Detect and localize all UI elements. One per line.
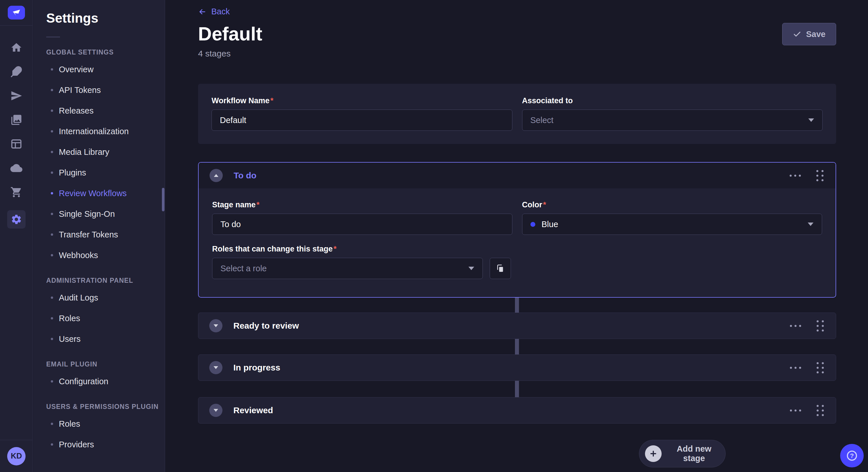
stage-options-button[interactable]: [788, 323, 803, 329]
sidebar-item-transfer-tokens[interactable]: Transfer Tokens: [33, 224, 165, 245]
cloud-icon[interactable]: [10, 162, 22, 174]
bullet-icon: [51, 151, 53, 153]
sidebar-item-media-library[interactable]: Media Library: [33, 142, 165, 162]
stage-options-button[interactable]: [788, 365, 803, 370]
stage-title[interactable]: Ready to review: [234, 321, 299, 331]
collapse-stage-button[interactable]: [210, 169, 223, 182]
settings-nav-active[interactable]: [7, 210, 26, 229]
check-icon: [793, 30, 801, 38]
media-library-icon[interactable]: [10, 114, 22, 126]
sidebar-item-email-configuration[interactable]: Configuration: [33, 371, 165, 392]
main-content: Back Default 4 stages Save Workflow Name…: [165, 0, 868, 472]
avatar[interactable]: KD: [7, 447, 26, 465]
sidebar-item-admin-roles[interactable]: Roles: [33, 308, 165, 329]
stage-name-label: Stage name*: [212, 200, 513, 210]
expand-stage-button[interactable]: [209, 404, 222, 417]
back-link[interactable]: Back: [198, 7, 229, 16]
blue-color-dot: [530, 222, 535, 227]
stage-title[interactable]: In progress: [234, 363, 280, 372]
bullet-icon: [51, 192, 53, 194]
sidebar-item-webhooks[interactable]: Webhooks: [33, 245, 165, 266]
bullet-icon: [51, 317, 53, 319]
svg-text:?: ?: [850, 452, 854, 460]
marketplace-cart-icon[interactable]: [10, 186, 22, 198]
stage-name-input[interactable]: [212, 214, 513, 235]
associated-to-select[interactable]: Select: [522, 109, 823, 131]
feather-icon[interactable]: [10, 66, 22, 78]
stage-title[interactable]: Reviewed: [234, 405, 273, 415]
stage-drag-handle[interactable]: [815, 361, 825, 374]
send-icon[interactable]: [10, 90, 22, 102]
subnav-scrollbar-thumb[interactable]: [162, 188, 164, 211]
associated-to-label: Associated to: [522, 96, 823, 105]
rail-divider: [0, 25, 33, 26]
plus-icon: [645, 445, 662, 462]
sidebar-item-up-providers[interactable]: Providers: [33, 434, 165, 455]
stage-body-todo: Stage name* Color* Blue: [198, 189, 836, 279]
chevron-down-icon: [213, 366, 218, 369]
section-label-administration-panel: ADMINISTRATION PANEL: [33, 274, 165, 287]
workflow-name-input[interactable]: [212, 109, 513, 131]
sidebar-item-single-sign-on[interactable]: Single Sign-On: [33, 204, 165, 224]
bullet-icon: [51, 213, 53, 215]
sidebar-item-plugins[interactable]: Plugins: [33, 162, 165, 183]
stage-drag-handle[interactable]: [815, 404, 825, 417]
sidebar-item-internationalization[interactable]: Internationalization: [33, 121, 165, 142]
duplicate-icon: [496, 264, 505, 273]
sidebar-item-releases[interactable]: Releases: [33, 100, 165, 121]
bullet-icon: [51, 338, 53, 340]
sidebar-item-audit-logs[interactable]: Audit Logs: [33, 287, 165, 308]
workflow-meta-card: Workflow Name* Associated to Select: [198, 84, 836, 144]
stage-drag-handle[interactable]: [815, 169, 825, 182]
question-mark-icon: ?: [846, 449, 858, 462]
stage-connector: [515, 298, 519, 312]
avatar-zone: KD: [0, 440, 33, 472]
strapi-logo[interactable]: [8, 6, 25, 20]
help-button[interactable]: ?: [840, 444, 864, 467]
roles-select[interactable]: Select a role: [212, 258, 483, 279]
chevron-down-icon: [807, 222, 814, 226]
sidebar-item-review-workflows[interactable]: Review Workflows: [33, 183, 165, 204]
sidebar-item-api-tokens[interactable]: API Tokens: [33, 80, 165, 100]
stage-drag-handle[interactable]: [815, 319, 825, 333]
stage-header-todo: To do: [198, 163, 836, 189]
bullet-icon: [51, 130, 53, 133]
add-new-stage-button[interactable]: Add new stage: [639, 440, 725, 467]
title-rule: [46, 37, 60, 37]
section-label-global-settings: GLOBAL SETTINGS: [33, 45, 165, 59]
sidebar-item-up-roles[interactable]: Roles: [33, 413, 165, 434]
stage-options-button[interactable]: [788, 173, 803, 178]
back-arrow-icon: [198, 7, 207, 16]
icon-sidebar: KD: [0, 0, 33, 472]
bullet-icon: [51, 171, 53, 174]
chevron-down-icon: [213, 324, 218, 328]
save-button[interactable]: Save: [782, 23, 836, 45]
chevron-down-icon: [468, 266, 474, 270]
gear-icon: [11, 214, 22, 225]
settings-subnav: Settings GLOBAL SETTINGS Overview API To…: [33, 0, 165, 472]
bullet-icon: [51, 297, 53, 299]
stage-card-ready-to-review: Ready to review: [198, 312, 836, 339]
home-icon[interactable]: [10, 42, 22, 54]
expand-stage-button[interactable]: [209, 361, 222, 374]
workflow-name-label: Workflow Name*: [212, 96, 513, 105]
stage-options-button[interactable]: [788, 408, 803, 413]
page-subtitle: 4 stages: [198, 49, 230, 59]
bullet-icon: [51, 423, 53, 425]
stage-title[interactable]: To do: [234, 171, 256, 180]
sidebar-item-overview[interactable]: Overview: [33, 59, 165, 80]
chevron-down-icon: [213, 409, 218, 412]
page-title: Default: [198, 23, 262, 45]
apply-to-all-stages-button[interactable]: [490, 258, 511, 279]
stage-connector: [515, 339, 519, 355]
bullet-icon: [51, 233, 53, 236]
color-select[interactable]: Blue: [522, 214, 823, 235]
sidebar-item-admin-users[interactable]: Users: [33, 329, 165, 349]
stage-card-reviewed: Reviewed: [198, 397, 836, 424]
expand-stage-button[interactable]: [209, 319, 222, 332]
required-mark: *: [543, 200, 546, 209]
chevron-down-icon: [808, 118, 814, 122]
bullet-icon: [51, 443, 53, 446]
required-mark: *: [270, 96, 274, 105]
layout-icon[interactable]: [10, 138, 22, 150]
